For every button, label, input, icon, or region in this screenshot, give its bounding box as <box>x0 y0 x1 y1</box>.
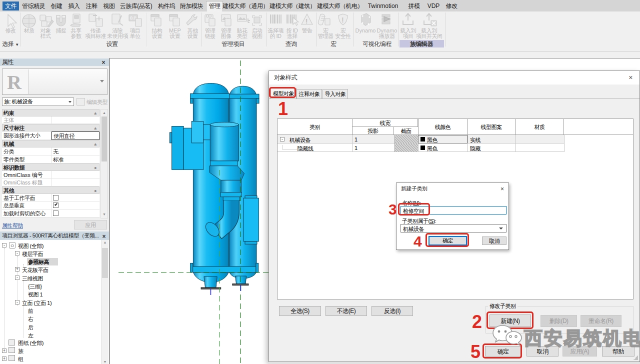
svg-text:!: ! <box>342 16 344 24</box>
svg-text:!: ! <box>306 18 308 25</box>
